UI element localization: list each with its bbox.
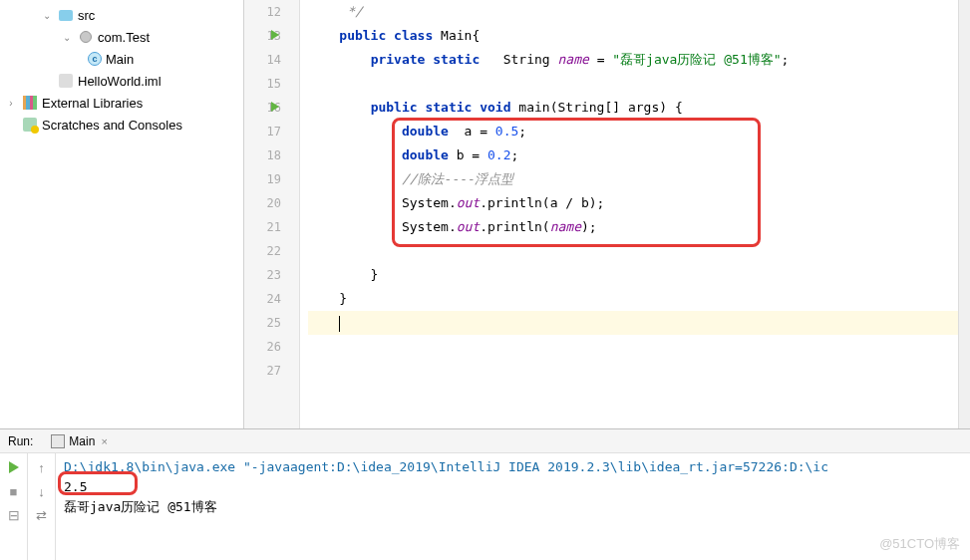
- run-tab-name: Main: [69, 434, 95, 448]
- line-number: 16: [244, 96, 281, 120]
- code-text: );: [581, 219, 597, 234]
- code-text: String: [480, 52, 557, 67]
- scratch-icon: [22, 117, 38, 133]
- code-text: name: [550, 219, 581, 234]
- vertical-scrollbar[interactable]: [958, 0, 970, 428]
- code-text: public: [339, 28, 386, 43]
- console-line: 磊哥java历险记 @51博客: [64, 497, 962, 517]
- code-text: a =: [449, 124, 495, 139]
- watermark: @51CTO博客: [879, 534, 960, 554]
- project-tree[interactable]: ⌄ src ⌄ com.Test c Main HelloWorld.iml ›…: [0, 0, 244, 428]
- code-text: out: [457, 195, 480, 210]
- line-number: 18: [244, 143, 281, 167]
- run-panel: Run: Main × ■ ⊟ ↑ ↓ ⇄ D:\jdk1.8\bin\java…: [0, 428, 970, 560]
- chevron-down-icon: ⌄: [60, 30, 74, 44]
- code-content[interactable]: */ public class Main{ private static Str…: [300, 0, 958, 428]
- code-text: 0.2: [487, 147, 510, 162]
- line-number: 21: [244, 215, 281, 239]
- rerun-button[interactable]: [6, 459, 22, 475]
- run-header: Run: Main ×: [0, 429, 970, 453]
- console-line: 2.5: [64, 477, 962, 497]
- code-text: static: [425, 100, 472, 115]
- code-text: static: [433, 52, 480, 67]
- code-text: }: [308, 267, 378, 282]
- line-number: 17: [244, 120, 281, 143]
- text-caret: [339, 316, 340, 332]
- tree-package[interactable]: ⌄ com.Test: [0, 26, 243, 48]
- code-text: main(String[] args) {: [511, 100, 683, 115]
- console-command: D:\jdk1.8\bin\java.exe "-javaagent:D:\id…: [64, 457, 962, 477]
- scroll-up-button[interactable]: ↑: [34, 459, 50, 475]
- code-text: System.: [402, 195, 457, 210]
- tree-label: External Libraries: [42, 96, 143, 111]
- spacer: [4, 118, 18, 132]
- library-icon: [22, 95, 38, 111]
- code-text: double: [402, 147, 449, 162]
- line-number: 26: [244, 335, 281, 359]
- class-icon: c: [88, 52, 102, 66]
- line-number: 23: [244, 263, 281, 287]
- stop-button[interactable]: ■: [6, 483, 22, 499]
- line-number: 27: [244, 359, 281, 383]
- run-marker-icon[interactable]: [271, 102, 279, 112]
- code-text: b =: [449, 147, 487, 162]
- line-gutter[interactable]: 12 13 14 15 16 17 18 19 20 21 22 23 24 2…: [244, 0, 300, 428]
- code-text: public: [371, 100, 418, 115]
- run-tab[interactable]: Main ×: [43, 430, 115, 452]
- tree-iml-file[interactable]: HelloWorld.iml: [0, 70, 243, 92]
- line-number: 19: [244, 167, 281, 191]
- package-icon: [78, 29, 94, 45]
- scroll-down-button[interactable]: ↓: [34, 483, 50, 499]
- tree-scratches[interactable]: Scratches and Consoles: [0, 114, 243, 136]
- run-panel-label: Run:: [8, 434, 33, 448]
- run-config-icon: [51, 434, 65, 448]
- line-number: 15: [244, 72, 281, 96]
- code-text: 0.5: [495, 124, 518, 139]
- code-text: ;: [511, 147, 519, 162]
- folder-icon: [58, 7, 74, 23]
- tree-external-libs[interactable]: › External Libraries: [0, 92, 243, 114]
- console-output[interactable]: D:\jdk1.8\bin\java.exe "-javaagent:D:\id…: [56, 453, 970, 560]
- console-toolbar: ↑ ↓ ⇄: [28, 453, 56, 560]
- tree-class-main[interactable]: c Main: [0, 48, 243, 70]
- tree-folder-src[interactable]: ⌄ src: [0, 4, 243, 26]
- code-text: void: [480, 100, 510, 115]
- run-marker-icon[interactable]: [271, 30, 279, 40]
- code-text: System.: [402, 219, 457, 234]
- code-text: =: [589, 52, 612, 67]
- tree-label: HelloWorld.iml: [78, 74, 162, 89]
- code-text: ;: [518, 124, 526, 139]
- code-text: ;: [782, 52, 790, 67]
- code-text: private: [371, 52, 426, 67]
- code-text: .println(a / b);: [480, 195, 604, 210]
- iml-icon: [58, 73, 74, 89]
- line-number: 14: [244, 48, 281, 72]
- code-text: Main{: [433, 28, 480, 43]
- code-editor[interactable]: 12 13 14 15 16 17 18 19 20 21 22 23 24 2…: [244, 0, 970, 428]
- code-text: */: [308, 4, 363, 19]
- line-number: 13: [244, 24, 281, 48]
- tree-label: Scratches and Consoles: [42, 118, 182, 133]
- code-text: out: [457, 219, 480, 234]
- code-text: double: [402, 124, 449, 139]
- play-icon: [9, 461, 19, 473]
- line-number: 20: [244, 191, 281, 215]
- chevron-right-icon: ›: [4, 96, 18, 110]
- close-icon[interactable]: ×: [101, 435, 107, 447]
- soft-wrap-button[interactable]: ⇄: [34, 507, 50, 523]
- code-text: }: [308, 291, 347, 306]
- code-text: //除法----浮点型: [402, 171, 513, 186]
- tree-label: Main: [106, 52, 134, 67]
- code-text: .println(: [480, 219, 549, 234]
- code-text: name: [558, 52, 589, 67]
- line-number: 24: [244, 287, 281, 311]
- chevron-down-icon: ⌄: [40, 8, 54, 22]
- spacer: [40, 74, 54, 88]
- code-text: class: [394, 28, 433, 43]
- line-number: 25: [244, 311, 281, 335]
- line-number: 12: [244, 0, 281, 24]
- code-text: "磊哥java历险记 @51博客": [612, 52, 781, 67]
- tree-label: src: [78, 8, 95, 23]
- run-toolbar: ■ ⊟: [0, 453, 28, 560]
- layout-button[interactable]: ⊟: [6, 507, 22, 523]
